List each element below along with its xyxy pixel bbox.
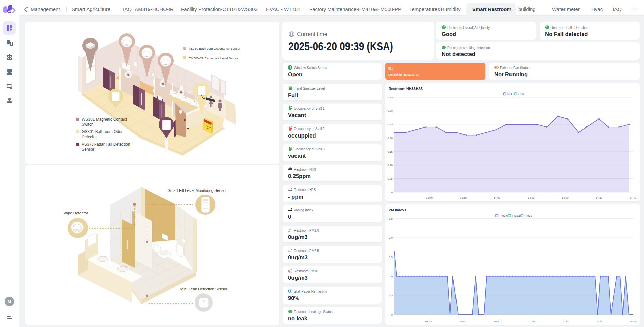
svg-text:14:40: 14:40: [630, 196, 637, 199]
svg-text:PM1.0: PM1.0: [288, 230, 292, 232]
svg-text:Vape Detector: Vape Detector: [64, 211, 88, 215]
svg-text:PM2.5: PM2.5: [512, 214, 521, 217]
svg-text:12:40: 12:40: [562, 320, 569, 323]
svg-text:08:40: 08:40: [425, 320, 432, 323]
svg-text:GS301 Bathroom Odor: GS301 Bathroom Odor: [82, 129, 123, 134]
svg-text:14:20: 14:20: [562, 196, 569, 199]
svg-text:M: M: [8, 299, 11, 304]
svg-text:13:40: 13:40: [596, 320, 603, 323]
svg-text:11:40: 11:40: [528, 320, 535, 323]
svg-text:EM300-CL Capacitive Level Sens: EM300-CL Capacitive Level Sensor: [189, 56, 239, 60]
svg-text:0.5: 0.5: [389, 294, 393, 297]
svg-text:10:40: 10:40: [494, 320, 501, 323]
svg-text:2.5: 2.5: [389, 217, 393, 220]
svg-text:13:50: 13:50: [460, 196, 467, 199]
svg-text:PM1.0: PM1.0: [500, 214, 508, 217]
svg-text:VS330 Bathroom Occupancy Senso: VS330 Bathroom Occupancy Sensor: [189, 47, 240, 50]
svg-text:0.35: 0.35: [387, 96, 393, 99]
svg-text:14:40: 14:40: [630, 320, 637, 323]
svg-text:Restroom NH3&H2S: Restroom NH3&H2S: [389, 87, 423, 91]
svg-text:PM10: PM10: [288, 271, 292, 273]
svg-text:0.15: 0.15: [387, 150, 393, 153]
svg-text:Switch: Switch: [82, 122, 93, 127]
svg-text:Mini Leak Detection Sensor: Mini Leak Detection Sensor: [180, 287, 228, 291]
svg-text:0.25: 0.25: [387, 123, 393, 126]
svg-text:PM Indexs: PM Indexs: [389, 208, 406, 212]
svg-text:14:10: 14:10: [528, 196, 535, 199]
svg-text:1.0: 1.0: [389, 275, 393, 278]
svg-text:WS301 Magnetic Contact: WS301 Magnetic Contact: [82, 117, 127, 122]
svg-text:14:00: 14:00: [494, 196, 501, 199]
svg-text:0.10: 0.10: [387, 164, 393, 167]
svg-text:0: 0: [391, 191, 393, 194]
svg-text:Sensor: Sensor: [82, 147, 94, 152]
svg-text:PM2.5: PM2.5: [288, 251, 292, 253]
svg-text:0.20: 0.20: [387, 137, 393, 140]
svg-text:14:30: 14:30: [596, 196, 603, 199]
svg-text:09:40: 09:40: [460, 320, 467, 323]
svg-text:2.0: 2.0: [389, 236, 393, 239]
svg-text:VS373Radar Fall Detection: VS373Radar Fall Detection: [82, 142, 130, 147]
svg-text:PM10: PM10: [525, 214, 532, 217]
svg-text:13:40: 13:40: [426, 196, 433, 199]
svg-text:0.05: 0.05: [387, 177, 393, 180]
svg-text:H2S: H2S: [518, 92, 524, 96]
svg-text:0: 0: [391, 313, 393, 316]
svg-text:NH3: NH3: [507, 92, 513, 96]
svg-text:Smart Fill Level Monitoring Se: Smart Fill Level Monitoring Sensor: [168, 188, 227, 193]
svg-text:Detector: Detector: [82, 134, 97, 139]
svg-text:1.5: 1.5: [389, 256, 393, 259]
svg-text:0.30: 0.30: [387, 109, 393, 112]
